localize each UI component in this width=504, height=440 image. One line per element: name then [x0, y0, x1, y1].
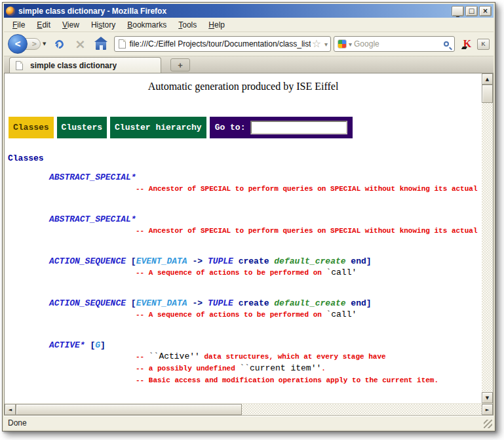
code-token: [	[85, 340, 96, 350]
class-signature: ACTION_SEQUENCE [EVENT_DATA -> TUPLE cre…	[49, 256, 482, 267]
stop-button[interactable]: ×	[71, 35, 88, 52]
code-token: `call'	[326, 310, 357, 319]
reload-button[interactable]	[50, 35, 68, 52]
goto-input[interactable]	[250, 121, 347, 134]
menu-tools[interactable]: Tools	[172, 18, 203, 31]
section-title: Classes	[8, 153, 482, 163]
vertical-scrollbar[interactable]: ▲ ▼	[482, 73, 493, 403]
resize-grip[interactable]	[484, 420, 492, 428]
class-entry: ABSTRACT_SPECIAL*-- Ancestor of SPECIAL …	[5, 172, 482, 195]
site-identity-icon[interactable]	[119, 39, 126, 49]
class-link[interactable]: ABSTRACT_SPECIAL*	[49, 214, 136, 224]
scroll-right-icon: ►	[486, 407, 489, 412]
menu-bookmarks[interactable]: Bookmarks	[121, 18, 172, 31]
class-link[interactable]: TUPLE	[208, 298, 233, 308]
class-signature: ABSTRACT_SPECIAL*	[49, 172, 482, 183]
history-dropdown[interactable]: ▼	[43, 41, 46, 47]
kaspersky-letter: K	[463, 38, 471, 49]
class-comment: -- Ancestor of SPECIAL to perform querie…	[136, 225, 482, 237]
class-entry: ABSTRACT_SPECIAL*-- Ancestor of SPECIAL …	[5, 214, 482, 237]
firefox-icon	[6, 7, 15, 16]
title-bar: simple class dictionary - Mozilla Firefo…	[4, 4, 494, 18]
bookmark-star-icon[interactable]: ☆	[312, 39, 321, 49]
minimize-icon: _	[456, 10, 459, 16]
code-token: -- A sequence of actions to be performed…	[136, 269, 326, 277]
class-comment: -- a possibly undefined ``current item''…	[136, 363, 482, 374]
tab-simple-class-dictionary[interactable]: simple class dictionary	[9, 57, 161, 73]
code-token: default_create	[274, 256, 345, 266]
page-content: Automatic generation produced by ISE Eif…	[5, 73, 482, 403]
new-tab-icon: +	[178, 60, 183, 70]
home-button[interactable]	[92, 35, 109, 52]
code-token: ``Active''	[149, 351, 200, 361]
vertical-scroll-thumb[interactable]	[482, 85, 493, 103]
class-link[interactable]: ABSTRACT_SPECIAL*	[49, 172, 136, 182]
scroll-left-icon: ◄	[9, 407, 12, 412]
back-button[interactable]: <	[8, 34, 28, 54]
code-token: end]	[346, 298, 372, 308]
kaspersky-icon[interactable]: K	[461, 38, 473, 50]
back-icon: <	[14, 38, 20, 50]
class-link[interactable]: ACTIVE*	[49, 340, 85, 350]
code-token: ]	[100, 340, 106, 350]
menu-history[interactable]: History	[85, 18, 121, 31]
code-token: data structures, which at every stage ha…	[200, 353, 386, 361]
class-entry: ACTION_SEQUENCE [EVENT_DATA -> TUPLE cre…	[5, 256, 482, 279]
menu-help[interactable]: Help	[203, 18, 231, 31]
scroll-right-button[interactable]: ►	[482, 404, 493, 415]
minimize-button[interactable]: _	[452, 6, 464, 16]
tab-bar: simple class dictionary +	[4, 56, 494, 73]
search-icon[interactable]	[444, 41, 449, 47]
close-icon: ×	[482, 8, 488, 14]
url-bar[interactable]: file:///C:/Eiffel Projects/tour/Document…	[114, 36, 331, 52]
page-heading: Automatic generation produced by ISE Eif…	[5, 81, 482, 92]
code-token: ``current item''	[239, 363, 321, 373]
google-icon[interactable]	[338, 39, 347, 49]
search-input[interactable]	[352, 39, 444, 49]
code-token: --	[136, 353, 149, 361]
menu-bar: FileEditViewHistoryBookmarksToolsHelp	[4, 18, 494, 32]
vertical-scroll-track[interactable]	[482, 103, 493, 392]
code-token: end]	[346, 256, 372, 266]
search-box[interactable]: ▾	[334, 36, 455, 52]
page-button-clusters[interactable]: Clusters	[57, 117, 107, 138]
code-token: .	[321, 365, 326, 372]
browser-viewport: Automatic generation produced by ISE Eif…	[4, 73, 494, 416]
class-comment: -- Basic access and modification operati…	[136, 374, 482, 386]
status-text: Done	[8, 418, 27, 428]
page-button-cluster-hierarchy[interactable]: Cluster hierarchy	[110, 117, 206, 138]
new-tab-button[interactable]: +	[170, 58, 190, 71]
horizontal-scrollbar[interactable]: ◄ ►	[5, 403, 493, 415]
scroll-up-icon: ▲	[486, 77, 489, 82]
scroll-down-icon: ▼	[486, 395, 489, 401]
menu-view[interactable]: View	[56, 18, 85, 31]
tab-page-icon	[16, 61, 23, 70]
maximize-icon: □	[469, 8, 475, 14]
browser-window: simple class dictionary - Mozilla Firefo…	[2, 2, 495, 431]
code-token: EVENT_DATA	[136, 298, 187, 308]
class-comment: -- A sequence of actions to be performed…	[136, 309, 482, 321]
class-comment: -- A sequence of actions to be performed…	[136, 267, 482, 279]
scroll-down-button[interactable]: ▼	[482, 392, 493, 403]
code-token: -- Ancestor of SPECIAL to perform querie…	[136, 185, 482, 193]
menu-edit[interactable]: Edit	[31, 18, 56, 31]
class-link[interactable]: ACTION_SEQUENCE	[49, 256, 126, 266]
horizontal-scroll-track[interactable]	[242, 404, 482, 415]
maximize-button[interactable]: □	[465, 6, 478, 16]
class-comment: -- Ancestor of SPECIAL to perform querie…	[136, 183, 482, 195]
scroll-left-button[interactable]: ◄	[5, 404, 16, 415]
url-dropdown-icon[interactable]: ▾	[324, 41, 328, 48]
menu-file[interactable]: File	[7, 18, 31, 31]
class-link[interactable]: ACTION_SEQUENCE	[49, 298, 126, 308]
horizontal-scroll-thumb[interactable]	[16, 404, 242, 415]
class-signature: ACTIVE* [G]	[49, 340, 482, 351]
page-button-classes[interactable]: Classes	[9, 117, 54, 138]
scroll-up-button[interactable]: ▲	[482, 73, 493, 85]
virtual-keyboard-button[interactable]: K	[477, 39, 490, 50]
class-link[interactable]: TUPLE	[208, 256, 233, 266]
close-button[interactable]: ×	[479, 6, 492, 16]
code-token: create	[233, 298, 274, 308]
code-token: [	[126, 256, 136, 266]
code-token: G	[95, 340, 100, 350]
url-text[interactable]: file:///C:/Eiffel Projects/tour/Document…	[129, 39, 310, 49]
